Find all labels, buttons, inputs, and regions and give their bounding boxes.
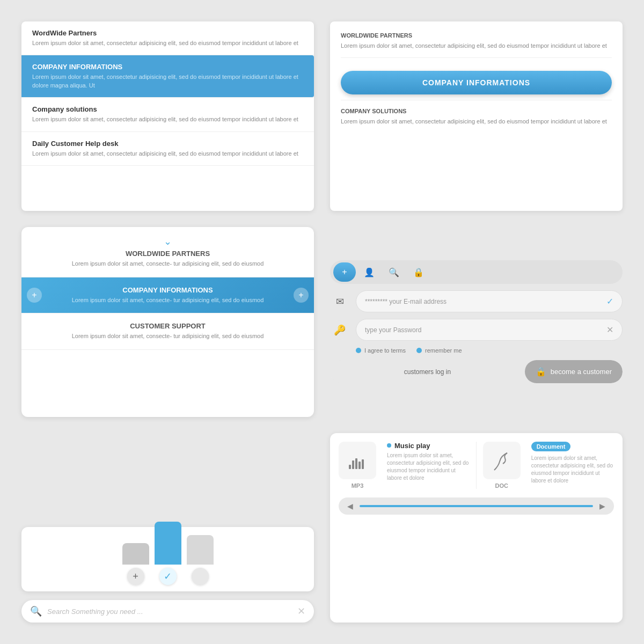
top-desc: Lorem ipsum dolor sit amet, consectetur … [341,42,612,50]
tab-lock[interactable]: 🔒 [407,262,430,282]
bar-col-2 [187,535,214,585]
bar-btn-1[interactable]: ✓ [159,568,177,585]
acc-item-title-0: WORLDWIDE PARTNERS [32,250,303,258]
password-field[interactable]: type your Password ✕ [356,319,623,341]
svg-rect-4 [362,459,364,469]
panel-vertical-accordion: ⌄ WORLDWIDE PARTNERS Lorem ipsum dolor s… [21,227,314,416]
password-row: 🔑 type your Password ✕ [330,319,623,341]
bar-col-0: + [122,543,149,585]
list-item-desc-0: Lorem ipsum dolor sit amet, consectetur … [32,39,303,47]
doc-label: DOC [495,482,508,489]
doc-desc: Lorem ipsum dolor sit amet, consectetur … [531,455,614,485]
list-item-3[interactable]: Daily Customer Help desk Lorem ipsum dol… [21,132,314,166]
acc-item-title-2: CUSTOMER SUPPORT [32,322,303,330]
tab-user[interactable]: 👤 [358,262,380,282]
svg-rect-3 [358,462,361,469]
list-item-2[interactable]: Company solutions Lorem ipsum dolor sit … [21,98,314,131]
list-item-title-2: Company solutions [32,105,303,113]
doc-badge: Document [531,442,571,451]
remember-label: remember me [425,347,462,354]
agree-terms-checkbox[interactable]: I agree to terms [356,347,406,354]
svg-rect-1 [352,460,354,469]
list-item-desc-2: Lorem ipsum dolor sit amet, consectetur … [32,115,303,123]
bar-1 [155,522,181,565]
panel-login-form: + 👤 🔍 🔒 ✉ ********* your E-mail address … [330,227,623,416]
agree-dot [356,348,361,353]
search-clear-icon[interactable]: ✕ [297,605,305,617]
player-bar[interactable]: ◀ ▶ [339,497,614,515]
become-label: become a customer [551,368,612,376]
acc-item-title-1: COMPANY INFORMATIONS [32,286,303,294]
top-section: WORLDWIDE PARTNERS Lorem ipsum dolor sit… [341,32,612,58]
email-field[interactable]: ********* your E-mail address ✓ [356,290,623,312]
bottom-desc: Lorem ipsum dolor sit amet, consectetur … [341,118,612,126]
become-customer-button[interactable]: 🔒 become a customer [525,360,623,383]
list-item-0[interactable]: WordWide Partners Lorem ipsum dolor sit … [21,21,314,55]
list-item-title-0: WordWide Partners [32,29,303,37]
player-progress [360,505,593,507]
panel-media: MP3 Music play Lorem ipsum dolor sit ame… [330,433,623,623]
acc-item-desc-1: Lorem ipsum dolor sit amet, consecte- tu… [32,296,303,304]
bottom-title: COMPANY SOLUTIONS [341,108,612,114]
list-item-desc-1: Lorem ipsum dolor sit amet, consectetur … [32,73,303,90]
login-label[interactable]: customers log in [330,362,525,382]
doc-info: Document Lorem ipsum dolor sit amet, con… [527,442,614,485]
acc-item-desc-0: Lorem ipsum dolor sit amet, consecte- tu… [32,260,303,268]
svg-rect-2 [355,458,357,469]
key-icon: 🔑 [330,320,349,340]
side-right-button[interactable]: + [294,288,309,303]
acc-item-2[interactable]: CUSTOMER SUPPORT Lorem ipsum dolor sit a… [21,313,314,349]
x-icon: ✕ [606,325,613,335]
list-item-title-3: Daily Customer Help desk [32,140,303,148]
remember-me-checkbox[interactable]: remember me [416,347,462,354]
tab-bar: + 👤 🔍 🔒 [330,260,623,284]
doc-card: DOC [483,442,521,489]
bar-chart: + ✓ [21,527,314,591]
top-title: WORLDWIDE PARTNERS [341,32,612,39]
acc-item-1[interactable]: + COMPANY INFORMATIONS Lorem ipsum dolor… [21,277,314,313]
tab-add[interactable]: + [333,262,356,282]
bottom-section: COMPANY SOLUTIONS Lorem ipsum dolor sit … [341,100,612,126]
mp3-dot [387,443,391,448]
panel-chart-search: + ✓ 🔍 Search Something you need ... ✕ [21,433,314,623]
bar-0 [122,543,149,565]
prev-button[interactable]: ◀ [347,502,353,510]
action-row: customers log in 🔒 become a customer [330,360,623,383]
password-placeholder: type your Password [365,326,421,334]
checkbox-row: I agree to terms remember me [330,347,623,354]
list-item-1[interactable]: COMPANY INFORMATIONS Lorem ipsum dolor s… [21,55,314,98]
side-left-button[interactable]: + [27,288,42,303]
remember-dot [416,348,422,353]
bar-2 [187,535,214,565]
mp3-card: MP3 [339,442,376,489]
search-icon: 🔍 [30,605,42,617]
media-row: MP3 Music play Lorem ipsum dolor sit ame… [339,442,614,489]
mp3-info: Music play Lorem ipsum dolor sit amet, c… [383,442,470,482]
svg-rect-0 [349,465,351,469]
mp3-icon-box [339,442,376,479]
bar-btn-2[interactable] [192,568,209,585]
bar-btn-0[interactable]: + [127,568,144,585]
agree-label: I agree to terms [364,347,406,354]
acc-item-0[interactable]: ⌄ WORLDWIDE PARTNERS Lorem ipsum dolor s… [21,227,314,277]
panel-accordion-list: WordWide Partners Lorem ipsum dolor sit … [21,21,314,211]
mp3-desc: Lorem ipsum dolor sit amet, consectetur … [387,452,470,482]
company-info-button[interactable]: COMPANY INFORMATIONS [341,71,612,94]
tab-search[interactable]: 🔍 [383,262,405,282]
acc-item-desc-2: Lorem ipsum dolor sit amet, consecte- tu… [32,332,303,340]
email-icon: ✉ [330,292,349,311]
play-button[interactable]: ▶ [599,502,605,510]
doc-icon-box [483,442,521,479]
email-placeholder: ********* your E-mail address [365,298,447,305]
email-row: ✉ ********* your E-mail address ✓ [330,290,623,312]
search-bar[interactable]: 🔍 Search Something you need ... ✕ [21,600,314,623]
mp3-title: Music play [394,442,430,450]
lock-icon: 🔒 [536,367,546,377]
panel-company-card: WORLDWIDE PARTNERS Lorem ipsum dolor sit… [330,21,623,211]
list-item-desc-3: Lorem ipsum dolor sit amet, consectetur … [32,150,303,158]
check-icon: ✓ [606,296,613,306]
bar-col-1: ✓ [155,522,181,585]
list-item-title-1: COMPANY INFORMATIONS [32,63,303,71]
mp3-label: MP3 [352,482,364,489]
search-placeholder: Search Something you need ... [47,608,292,616]
